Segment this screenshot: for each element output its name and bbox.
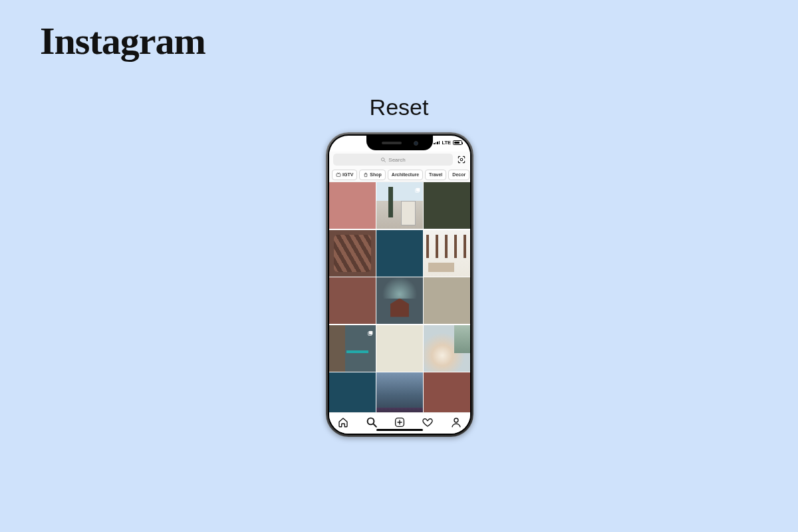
svg-rect-6	[416, 283, 420, 287]
svg-point-0	[382, 158, 385, 161]
phone-screen: LTE Search IGTVShopArchitectureTravelDec…	[329, 136, 470, 434]
explore-tile[interactable]	[376, 372, 423, 412]
chip-architecture[interactable]: Architecture	[388, 170, 423, 180]
svg-point-15	[454, 418, 458, 422]
search-row: Search	[329, 152, 470, 168]
svg-rect-8	[369, 331, 372, 334]
phone-notch	[366, 136, 433, 150]
explore-tile[interactable]	[329, 372, 376, 412]
explore-tile[interactable]	[329, 182, 376, 229]
scan-icon[interactable]	[457, 155, 466, 164]
explore-chips-row[interactable]: IGTVShopArchitectureTravelDecor	[329, 168, 470, 182]
home-indicator	[376, 429, 423, 431]
search-input[interactable]: Search	[333, 154, 453, 166]
svg-rect-7	[415, 284, 418, 287]
status-bar: LTE	[434, 140, 462, 146]
explore-tile[interactable]	[376, 277, 423, 324]
explore-tile[interactable]	[329, 325, 376, 372]
explore-tile[interactable]	[424, 277, 470, 324]
explore-tile[interactable]	[329, 277, 376, 324]
page-title: Reset	[370, 94, 429, 120]
nav-activity[interactable]	[422, 416, 434, 428]
explore-tile[interactable]	[424, 372, 470, 412]
svg-point-10	[367, 418, 374, 424]
chip-shop[interactable]: Shop	[359, 170, 386, 180]
phone-frame: LTE Search IGTVShopArchitectureTravelDec…	[326, 132, 473, 437]
chip-igtv[interactable]: IGTV	[332, 170, 357, 180]
svg-rect-3	[336, 174, 340, 176]
carousel-icon	[367, 327, 374, 334]
nav-add[interactable]	[394, 416, 406, 428]
chip-travel[interactable]: Travel	[425, 170, 446, 180]
svg-line-11	[373, 424, 376, 426]
nav-home[interactable]	[337, 416, 349, 428]
nav-profile[interactable]	[450, 416, 462, 428]
explore-tile[interactable]	[424, 230, 470, 277]
explore-grid	[329, 182, 470, 412]
carousel-icon	[414, 184, 421, 191]
explore-tile[interactable]	[376, 230, 423, 277]
instagram-logo: Instagram	[40, 19, 205, 63]
svg-rect-4	[416, 188, 420, 192]
search-icon	[380, 157, 386, 163]
nav-search[interactable]	[366, 416, 378, 428]
chip-decor[interactable]: Decor	[448, 170, 469, 180]
explore-tile[interactable]	[329, 230, 376, 277]
explore-tile[interactable]	[376, 325, 423, 372]
battery-icon	[453, 140, 462, 145]
carousel-icon	[414, 279, 421, 286]
svg-point-2	[460, 158, 463, 161]
explore-tile[interactable]	[376, 182, 423, 229]
svg-line-1	[384, 160, 386, 162]
explore-tile[interactable]	[424, 182, 470, 229]
carrier-label: LTE	[442, 140, 451, 146]
signal-icon	[434, 141, 440, 144]
explore-tile[interactable]	[424, 325, 470, 372]
